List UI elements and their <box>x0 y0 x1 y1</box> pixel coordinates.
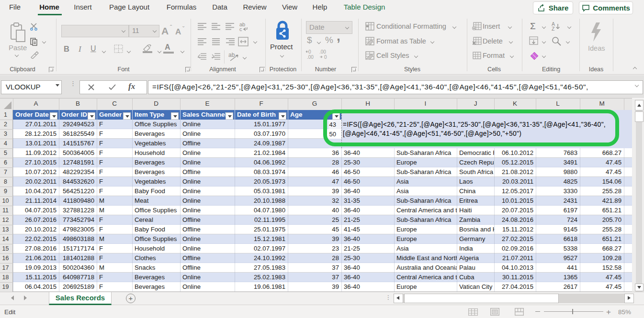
svg-text:ab: ab <box>228 52 235 58</box>
svg-text:.00: .00 <box>319 49 326 55</box>
svg-text:Z: Z <box>552 26 555 31</box>
svg-text:0: 0 <box>308 49 311 55</box>
svg-text:.00: .00 <box>307 55 314 60</box>
svg-text:c: c <box>239 26 242 32</box>
svg-text:0: 0 <box>324 55 327 60</box>
